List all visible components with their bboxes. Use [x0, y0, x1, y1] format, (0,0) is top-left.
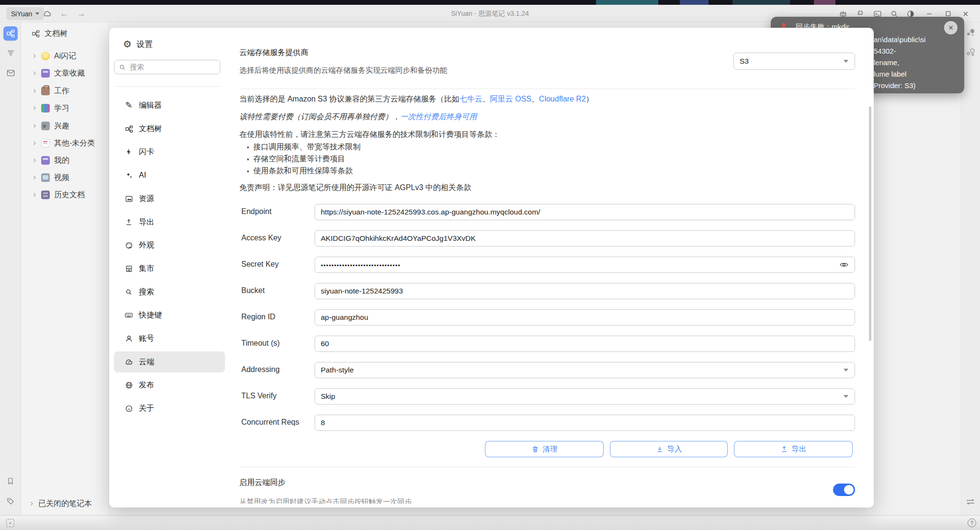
chevron-right-icon[interactable]	[32, 192, 37, 198]
lifetime-pay-link[interactable]: 一次性付费后终身可用	[400, 113, 477, 121]
image-icon	[123, 195, 135, 203]
toast-close-button[interactable]: ✕	[944, 21, 957, 34]
chevron-right-icon[interactable]	[32, 88, 37, 94]
bookmark-icon[interactable]	[4, 475, 17, 487]
cabinet-emoji	[41, 191, 50, 199]
books-emoji	[41, 104, 50, 113]
chevron-right-icon[interactable]	[32, 140, 37, 146]
forward-button[interactable]: →	[75, 7, 88, 20]
chevron-right-icon[interactable]	[32, 123, 37, 129]
file-tree-panel: 文档树 Ai闪记 文章收藏 工作 学习 兴趣	[21, 23, 109, 515]
notebook-item[interactable]: 历史文档	[21, 188, 109, 202]
addressing-select[interactable]: Path-style	[315, 362, 855, 378]
chevron-right-icon[interactable]	[32, 105, 37, 111]
plugin-dots-icon[interactable]	[965, 27, 977, 39]
notebook-label: 历史文档	[54, 190, 85, 200]
intro-text: 、	[531, 95, 539, 103]
settings-menu-appearance[interactable]: 外观	[114, 235, 225, 256]
back-button[interactable]: ←	[57, 7, 71, 20]
region-id-label: Region ID	[241, 313, 275, 321]
bullet-dot	[247, 147, 249, 148]
tag-icon[interactable]	[4, 495, 17, 507]
notebook-item[interactable]: Ai闪记	[21, 49, 109, 63]
closed-notebooks-item[interactable]: 已关闭的笔记本	[21, 497, 109, 510]
bucket-input[interactable]: siyuan-note-1252425993	[315, 283, 855, 299]
intro-text: ）	[586, 95, 594, 103]
access-key-input[interactable]: AKIDCIG7qOhkihkcKrAd4OYaPCoJg1V3XvDK	[315, 230, 855, 247]
settings-menu-doctree[interactable]: 文档树	[114, 118, 225, 139]
secret-key-input[interactable]: ••••••••••••••••••••••••••••••	[315, 257, 855, 273]
endpoint-value: https://siyuan-note-1252425993.cos.ap-gu…	[321, 208, 540, 216]
menu-label: 文档树	[139, 124, 162, 134]
dialog-scrollbar[interactable]	[869, 106, 871, 341]
chevron-right-icon[interactable]	[32, 53, 37, 59]
aliyun-oss-link[interactable]: 阿里云 OSS	[490, 95, 531, 103]
addressing-label: Addressing	[241, 365, 280, 374]
workspace-button[interactable]: SiYuan	[6, 7, 44, 20]
selection-icon[interactable]	[6, 519, 14, 527]
divider	[239, 467, 855, 467]
chevron-right-icon[interactable]	[32, 175, 37, 180]
settings-menu-flashcard[interactable]: 闪卡	[114, 141, 225, 162]
import-button[interactable]: 导入	[610, 441, 728, 457]
notebook-label: 我的	[54, 156, 69, 166]
settings-menu-search[interactable]: 搜索	[114, 282, 225, 303]
settings-menu-editor[interactable]: ✎ 编辑器	[114, 95, 225, 116]
globe-icon	[123, 381, 135, 389]
provider-title: 云端存储服务提供商	[239, 48, 308, 58]
chevron-right-icon[interactable]	[29, 501, 34, 507]
pencil-icon: ✎	[123, 100, 135, 111]
settings-menu-assets[interactable]: 资源	[114, 188, 225, 209]
endpoint-input[interactable]: https://siyuan-note-1252425993.cos.ap-gu…	[315, 204, 855, 220]
settings-search-input[interactable]: 搜索	[114, 60, 220, 74]
access-key-value: AKIDCIG7qOhkihkcKrAd4OYaPCoJg1V3XvDK	[321, 234, 476, 243]
help-icon[interactable]: ?	[968, 519, 976, 527]
chevron-right-icon[interactable]	[32, 70, 37, 76]
settings-menu-publish[interactable]: 发布	[114, 374, 225, 395]
bullet-item: 使用条款和可用性保障等条款	[247, 166, 353, 176]
notebook-item[interactable]: 其他-未分类	[21, 136, 109, 150]
settings-menu-ai[interactable]: AI	[114, 165, 225, 186]
page-emoji	[41, 139, 50, 147]
notebook-item[interactable]: 兴趣	[21, 119, 109, 133]
eye-icon[interactable]	[839, 260, 849, 270]
settings-menu-about[interactable]: 关于	[114, 398, 225, 419]
settings-menu-bazaar[interactable]: 集市	[114, 258, 225, 279]
notebook-item[interactable]: 视频	[21, 171, 109, 184]
doc-tree-dock-button[interactable]	[3, 26, 18, 41]
right-dock	[961, 23, 980, 515]
cloudflare-r2-link[interactable]: Cloudflare R2	[539, 95, 586, 103]
toggle-knob	[844, 485, 854, 495]
settings-menu-account[interactable]: 账号	[114, 328, 225, 349]
region-id-input[interactable]: ap-guangzhou	[315, 309, 855, 326]
lightning-icon	[123, 148, 135, 156]
inbox-icon[interactable]	[4, 67, 17, 79]
notebook-item[interactable]: 工作	[21, 84, 109, 98]
disclaimer-paragraph: 免责声明：详见思源笔记所使用的开源许可证 AGPLv3 中的相关条款	[239, 183, 471, 193]
provider-select[interactable]: S3	[733, 53, 855, 70]
notebook-item[interactable]: 学习	[21, 101, 109, 115]
settings-menu-hotkeys[interactable]: 快捷键	[114, 304, 225, 326]
outline-dock-button[interactable]	[4, 46, 17, 59]
wallpaper-streak	[596, 0, 658, 5]
purge-button[interactable]: 清理	[485, 441, 604, 457]
chevron-right-icon[interactable]	[32, 158, 37, 163]
timeout-input[interactable]: 60	[315, 336, 855, 352]
swap-icon[interactable]	[965, 498, 976, 506]
menu-label: 导出	[139, 217, 154, 227]
export-button[interactable]: 导出	[734, 441, 853, 457]
person-icon	[123, 335, 135, 343]
settings-menu-export[interactable]: 导出	[114, 212, 225, 233]
settings-menu-cloud[interactable]: 云端	[114, 351, 225, 372]
notebook-label: 文章收藏	[54, 68, 85, 79]
plugin-bubbles-icon[interactable]	[965, 46, 977, 58]
concurrent-reqs-input[interactable]: 8	[315, 415, 855, 431]
notebook-item[interactable]: 文章收藏	[21, 67, 109, 80]
cloud-sync-toggle[interactable]	[833, 484, 855, 496]
secret-key-label: Secret Key	[241, 260, 279, 269]
menu-label: 发布	[139, 380, 154, 390]
notebook-item[interactable]: 我的	[21, 154, 109, 167]
tls-verify-select[interactable]: Skip	[315, 388, 855, 405]
qiniu-link[interactable]: 七牛云	[460, 95, 483, 103]
cloud-sync-icon[interactable]	[40, 7, 54, 20]
